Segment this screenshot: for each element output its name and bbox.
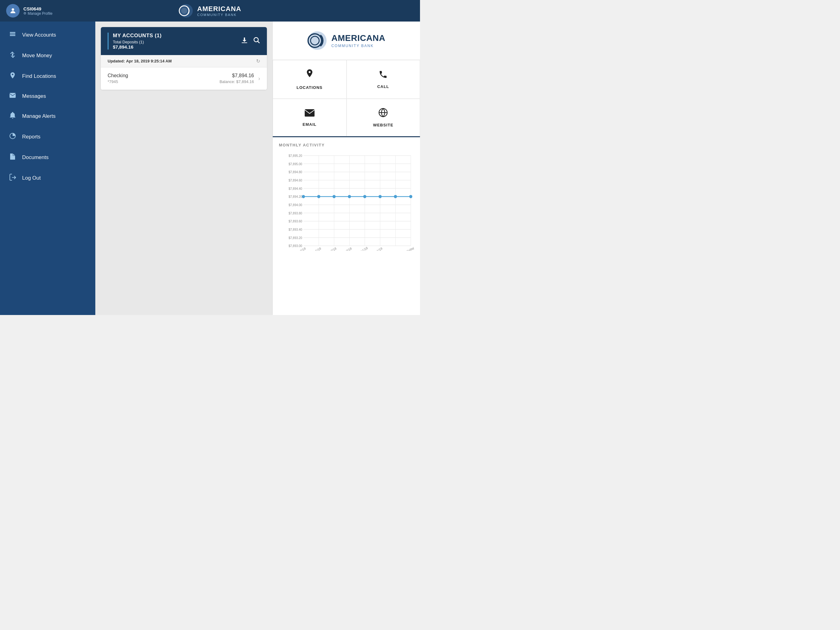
bank-logo-large: AMERICANA COMMUNITY BANK [308,31,385,51]
svg-point-51 [317,195,321,198]
svg-point-53 [348,195,351,198]
svg-text:$7,894.20: $7,894.20 [288,195,302,198]
sidebar-item-documents-label: Documents [22,154,49,161]
sidebar-item-find-locations-label: Find Locations [22,73,56,79]
monthly-activity-title: MONTHLY ACTIVITY [279,143,414,147]
sidebar-item-log-out-label: Log Out [22,175,41,181]
svg-rect-16 [305,109,314,117]
gear-icon: ⚙ [24,11,27,15]
svg-point-55 [379,195,382,198]
svg-text:$7,893.40: $7,893.40 [288,228,302,231]
website-label: WEBSITE [373,123,393,127]
top-header: CSI0649 ⚙ Manage Profile AMERICANA COMMU… [0,0,420,22]
monthly-activity-section: MONTHLY ACTIVITY [273,137,420,315]
avatar [6,4,20,17]
svg-text:$7,895.00: $7,895.00 [288,162,302,166]
website-icon [378,108,388,120]
quick-action-website[interactable]: WEBSITE [346,99,420,136]
svg-rect-10 [242,43,247,43]
svg-text:11/18: 11/18 [360,246,368,251]
log-out-icon [9,174,17,182]
sidebar-item-reports[interactable]: Reports [0,127,95,147]
account-number: *7945 [107,79,128,84]
monthly-activity-chart: $7,895.20 $7,895.00 $7,894.80 $7,894.60 … [279,152,414,251]
svg-point-54 [363,195,366,198]
svg-text:$7,893.20: $7,893.20 [288,236,302,239]
locations-label: LOCATIONS [297,85,322,90]
account-info-right: $7,894.16 Balance: $7,894.16 › [219,73,260,84]
account-name: Checking [107,73,128,78]
svg-text:$7,894.60: $7,894.60 [288,179,302,182]
find-locations-icon [9,72,17,80]
sidebar-item-move-money-label: Move Money [22,52,52,59]
locations-icon [305,69,314,82]
user-section: CSI0649 ⚙ Manage Profile [0,0,95,22]
quick-action-email[interactable]: EMAIL [273,99,346,136]
right-panel: AMERICANA COMMUNITY BANK LOCATIONS [272,22,420,315]
svg-point-57 [409,195,412,198]
accounts-title: MY ACCOUNTS (1) [113,33,162,39]
accounts-title-group: MY ACCOUNTS (1) Total Deposits (1) $7,89… [107,33,162,49]
move-money-icon [9,51,17,60]
svg-text:$7,894.00: $7,894.00 [288,203,302,207]
quick-actions-grid: LOCATIONS CALL EMAIL [273,60,420,137]
header-logo: AMERICANA COMMUNITY BANK [178,3,241,18]
account-info-left: Checking *7945 [107,73,128,84]
center-content: MY ACCOUNTS (1) Total Deposits (1) $7,89… [95,22,272,315]
svg-point-11 [254,38,258,42]
manage-profile-link[interactable]: ⚙ Manage Profile [24,11,52,16]
update-text: Updated: Apr 18, 2019 9:25:14 AM [107,59,172,63]
svg-text:1/19: 1/19 [376,247,383,251]
svg-point-0 [12,8,14,11]
update-bar: Updated: Apr 18, 2019 9:25:14 AM ↻ [101,55,267,67]
svg-text:7/18: 7/18 [330,247,337,251]
sidebar-item-log-out[interactable]: Log Out [0,168,95,188]
accounts-header-left: MY ACCOUNTS (1) Total Deposits (1) $7,89… [107,33,162,49]
refresh-icon[interactable]: ↻ [256,58,260,64]
svg-text:$7,894.80: $7,894.80 [288,171,302,174]
view-accounts-icon [9,31,17,39]
svg-text:5/18: 5/18 [315,247,322,251]
messages-icon [9,93,17,100]
quick-action-call[interactable]: CALL [346,60,420,99]
sidebar-item-reports-label: Reports [22,134,41,140]
download-icon[interactable] [241,37,248,45]
email-icon [305,109,315,119]
sidebar-item-view-accounts[interactable]: View Accounts [0,25,95,45]
bank-logo-icon [178,3,193,18]
sidebar-item-manage-alerts[interactable]: Manage Alerts [0,106,95,127]
svg-point-56 [394,195,397,198]
account-main-balance: $7,894.16 [219,73,254,78]
main-layout: View Accounts Move Money Find Locations [0,22,420,315]
sidebar-item-messages[interactable]: Messages [0,86,95,106]
table-row[interactable]: Checking *7945 $7,894.16 Balance: $7,894… [101,67,267,90]
quick-action-locations[interactable]: LOCATIONS [273,60,346,99]
svg-text:9/18: 9/18 [346,247,352,251]
user-info: CSI0649 ⚙ Manage Profile [24,6,52,16]
chart-svg: $7,895.20 $7,895.00 $7,894.80 $7,894.60 … [279,152,414,251]
svg-text:$7,894.40: $7,894.40 [288,187,302,190]
svg-rect-4 [10,32,15,33]
accounts-header-actions [241,37,260,45]
account-balance-info: $7,894.16 Balance: $7,894.16 [219,73,254,84]
reports-icon [9,133,17,141]
search-icon[interactable] [253,37,260,45]
sidebar-item-find-locations[interactable]: Find Locations [0,66,95,86]
sidebar-item-documents[interactable]: Documents [0,147,95,168]
bank-logo-large-icon [308,31,327,51]
total-deposits-amount: $7,894.16 [113,44,162,49]
bank-logo-section: AMERICANA COMMUNITY BANK [273,22,420,60]
sidebar-item-manage-alerts-label: Manage Alerts [22,113,56,119]
sidebar-item-move-money[interactable]: Move Money [0,45,95,66]
svg-text:Today: Today [406,246,414,251]
bank-logo-text-large: AMERICANA COMMUNITY BANK [332,33,385,48]
sidebar-item-messages-label: Messages [22,93,46,99]
email-label: EMAIL [303,122,316,127]
chevron-right-icon: › [258,75,260,82]
call-label: CALL [377,84,389,89]
svg-text:$7,893.60: $7,893.60 [288,220,302,223]
svg-text:$7,893.80: $7,893.80 [288,211,302,215]
svg-line-12 [257,41,259,43]
total-deposits-label: Total Deposits (1) [113,40,162,44]
header-logo-text: AMERICANA COMMUNITY BANK [197,5,241,17]
